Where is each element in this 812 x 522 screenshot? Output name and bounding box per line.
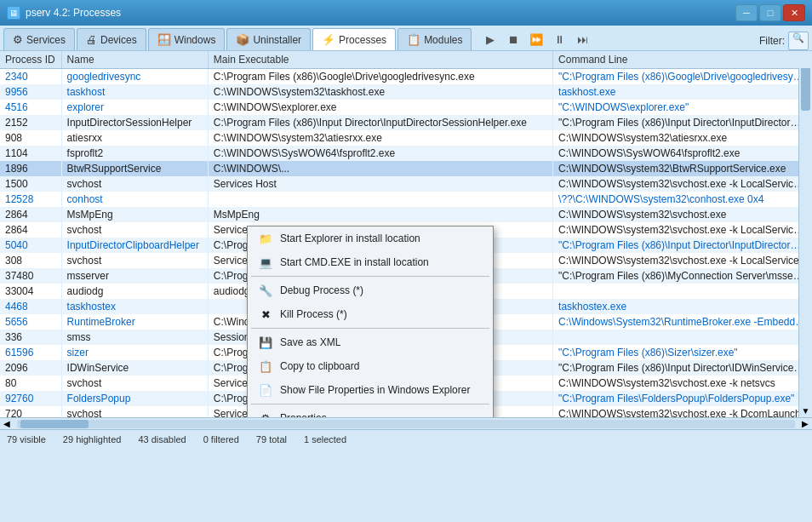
table-row[interactable]: 4516 explorer C:\WINDOWS\explorer.exe "C… [0, 100, 812, 115]
cell-pid: 2152 [0, 115, 61, 130]
skip-button[interactable]: ⏭ [572, 30, 592, 49]
table-row[interactable]: 908 atiesrxx C:\WINDOWS\system32\atiesrx… [0, 130, 812, 146]
col-header-cmd[interactable]: Command Line [553, 51, 812, 69]
cell-cmd: "C:\Program Files (x86)\Google\Drive\goo… [553, 69, 812, 85]
play-button[interactable]: ▶ [480, 30, 500, 49]
table-row[interactable]: 1104 fsproflt2 C:\WINDOWS\SysWOW64\fspro… [0, 146, 812, 161]
uninstaller-icon: 📦 [236, 33, 249, 46]
cell-main: C:\Program Files (x86)\Google\Drive\goog… [208, 69, 552, 85]
horizontal-scrollbar[interactable]: ◀ ▶ [0, 417, 812, 429]
table-row[interactable]: 12528 conhost \??\C:\WINDOWS\system32\co… [0, 192, 812, 207]
cell-main: C:\WINDOWS\explorer.exe [208, 100, 552, 115]
cell-cmd: C:\Windows\System32\RuntimeBroker.exe -E… [553, 314, 812, 330]
tab-processes[interactable]: ⚡ Processes [312, 28, 396, 50]
cell-name: fsproflt2 [61, 146, 208, 161]
copy-clipboard-label: Copy to clipboard [280, 360, 359, 372]
tab-modules[interactable]: 📋 Modules [397, 28, 472, 50]
cell-name: FoldersPopup [61, 391, 208, 406]
tab-uninstaller[interactable]: 📦 Uninstaller [226, 28, 311, 50]
fast-forward-button[interactable]: ⏩ [526, 30, 546, 49]
pause-button[interactable]: ⏸ [549, 30, 569, 49]
menu-item-properties[interactable]: ⚙Properties [248, 406, 493, 417]
maximize-button[interactable]: □ [759, 4, 781, 21]
properties-label: Properties [280, 412, 327, 417]
cell-cmd: C:\WINDOWS\system32\svchost.exe [553, 207, 812, 222]
menu-item-save-xml[interactable]: 💾Save as XML [248, 330, 493, 354]
menu-separator [251, 328, 489, 329]
status-filtered: 0 filtered [203, 434, 239, 445]
tab-windows-label: Windows [174, 34, 216, 46]
menu-item-copy-clipboard[interactable]: 📋Copy to clipboard [248, 354, 493, 378]
menu-item-file-properties[interactable]: 📄Show File Properties in Windows Explore… [248, 378, 493, 402]
cell-cmd: taskhost.exe [553, 84, 812, 100]
cell-name: smss [61, 330, 208, 345]
cell-pid: 2864 [0, 222, 61, 238]
filter-icon-button[interactable]: 🔍 [788, 32, 809, 50]
cell-name: RuntimeBroker [61, 314, 208, 330]
processes-icon: ⚡ [322, 33, 335, 46]
cell-cmd: \??\C:\WINDOWS\system32\conhost.exe 0x4 [553, 192, 812, 207]
status-visible: 79 visible [7, 434, 46, 445]
cell-name: taskhost [61, 84, 208, 100]
tab-services[interactable]: ⚙ Services [3, 28, 75, 50]
cell-name: sizer [61, 345, 208, 360]
cell-pid: 2340 [0, 69, 61, 85]
cell-name: googledrivesync [61, 69, 208, 85]
menu-separator [251, 276, 489, 277]
cell-pid: 336 [0, 330, 61, 345]
cell-main: C:\WINDOWS\SysWOW64\fsproflt2.exe [208, 146, 552, 161]
cell-name: svchost [61, 376, 208, 391]
cell-pid: 1104 [0, 146, 61, 161]
start-explorer-icon: 📁 [258, 231, 273, 246]
cell-cmd: "C:\Program Files (x86)\Input Director\I… [553, 360, 812, 376]
start-explorer-label: Start Explorer in install location [280, 232, 420, 244]
cell-name: InputDirectorClipboardHelper [61, 238, 208, 253]
tab-bar: ⚙ Services 🖨 Devices 🪟 Windows 📦 Uninsta… [0, 26, 812, 51]
hscrollbar-thumb[interactable] [20, 420, 89, 428]
cell-cmd: taskhostex.exe [553, 299, 812, 314]
status-highlighted: 29 highlighted [63, 434, 122, 445]
cell-cmd: "C:\Program Files (x86)\MyConnection Ser… [553, 268, 812, 284]
menu-item-debug-process[interactable]: 🔧Debug Process (*) [248, 278, 493, 302]
cell-name: BtwRSupportService [61, 161, 208, 176]
menu-item-kill-process[interactable]: ✖Kill Process (*) [248, 302, 493, 326]
col-header-main[interactable]: Main Executable [208, 51, 552, 69]
cell-cmd: "C:\Program Files (x86)\Sizer\sizer.exe" [553, 345, 812, 360]
cell-main: MsMpEng [208, 207, 552, 222]
tab-devices[interactable]: 🖨 Devices [77, 28, 146, 50]
menu-item-start-explorer[interactable]: 📁Start Explorer in install location [248, 227, 493, 250]
filter-area: Filter: 🔍 [759, 32, 809, 50]
cell-name: taskhostex [61, 299, 208, 314]
cell-pid: 9956 [0, 84, 61, 100]
minimize-button[interactable]: ─ [735, 4, 758, 21]
cell-cmd: C:\WINDOWS\system32\atiesrxx.exe [553, 130, 812, 146]
cell-cmd [553, 284, 812, 299]
vertical-scrollbar[interactable]: ▲ ▼ [798, 51, 812, 417]
table-row[interactable]: 2864 MsMpEng MsMpEng C:\WINDOWS\system32… [0, 207, 812, 222]
col-header-pid[interactable]: Process ID [0, 51, 61, 69]
kill-process-icon: ✖ [258, 307, 273, 322]
titlebar-left: 🖥 pserv 4.2: Processes [7, 6, 121, 20]
titlebar: 🖥 pserv 4.2: Processes ─ □ ✕ [0, 0, 812, 26]
stop-button[interactable]: ⏹ [503, 30, 523, 49]
table-row[interactable]: 1896 BtwRSupportService C:\WINDOWS\... C… [0, 161, 812, 176]
window-controls: ─ □ ✕ [735, 4, 805, 21]
table-row[interactable]: 9956 taskhost C:\WINDOWS\system32\taskho… [0, 84, 812, 100]
tab-services-label: Services [26, 34, 66, 46]
devices-icon: 🖨 [86, 33, 97, 46]
table-row[interactable]: 2152 InputDirectorSessionHelper C:\Progr… [0, 115, 812, 130]
save-xml-icon: 💾 [258, 335, 273, 350]
tab-windows[interactable]: 🪟 Windows [148, 28, 226, 50]
debug-process-icon: 🔧 [258, 283, 273, 298]
close-button[interactable]: ✕ [783, 4, 805, 21]
table-row[interactable]: 1500 svchost Services Host C:\WINDOWS\sy… [0, 176, 812, 192]
menu-item-start-cmd[interactable]: 💻Start CMD.EXE in install location [248, 250, 493, 274]
table-row[interactable]: 2340 googledrivesync C:\Program Files (x… [0, 69, 812, 85]
cell-pid: 5040 [0, 238, 61, 253]
cell-name: svchost [61, 253, 208, 268]
col-header-name[interactable]: Name [61, 51, 208, 69]
cell-name: msserver [61, 268, 208, 284]
cell-name: explorer [61, 100, 208, 115]
cell-pid: 2864 [0, 207, 61, 222]
tab-devices-label: Devices [100, 34, 137, 46]
